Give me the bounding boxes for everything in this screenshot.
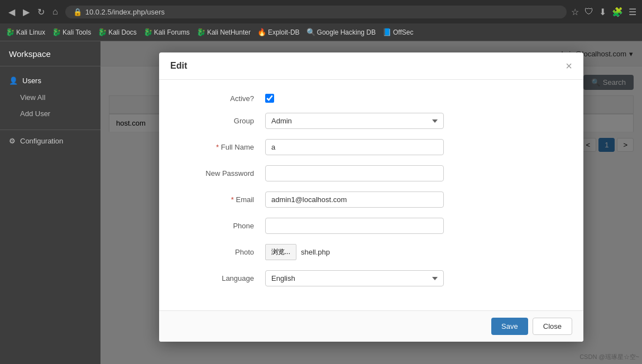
close-button[interactable]: Close [533, 318, 572, 335]
app-title: Workspace [9, 49, 51, 59]
language-select[interactable]: English Chinese Spanish French [265, 270, 444, 286]
reload-button[interactable]: ↻ [35, 6, 47, 18]
sidebar-users-section: 👤 Users View All Add User [0, 66, 100, 127]
save-button[interactable]: Save [491, 318, 528, 335]
config-icon: ⚙ [9, 137, 16, 145]
email-label: Email [176, 195, 265, 204]
address-text: 10.0.2.5/index.php/users [85, 8, 165, 16]
form-row-email: Email [176, 191, 567, 208]
menu-icon[interactable]: ☰ [629, 7, 636, 17]
kali-docs-icon: 🐉 [98, 28, 107, 36]
offsec-icon: 📘 [382, 28, 391, 36]
group-label: Group [176, 117, 265, 125]
sidebar: Workspace 👤 Users View All Add User ⚙ Co… [0, 41, 100, 364]
bookmark-kali-nethunter-label: Kali NetHunter [207, 28, 251, 36]
photo-file-wrapper: 浏览... shell.php [265, 244, 330, 260]
form-row-language: Language English Chinese Spanish French [176, 270, 567, 286]
extensions-icon[interactable]: 🧩 [612, 7, 623, 17]
bookmark-google-hacking-label: Google Hacking DB [317, 28, 376, 36]
modal-footer: Save Close [159, 310, 583, 342]
exploit-db-icon: 🔥 [257, 28, 266, 36]
google-hacking-icon: 🔍 [306, 28, 315, 36]
shield-icon[interactable]: 🛡 [584, 7, 593, 17]
form-row-phone: Phone [176, 218, 567, 234]
sidebar-users-label: Users [22, 76, 41, 85]
users-icon: 👤 [9, 76, 18, 85]
security-icon: 🔒 [73, 8, 82, 16]
new-password-input[interactable] [265, 165, 444, 181]
photo-label: Photo [176, 248, 265, 256]
edit-modal: Edit × Active? Group Admin User [159, 52, 583, 342]
sidebar-item-configuration[interactable]: ⚙ Configuration [0, 132, 100, 150]
form-row-full-name: Full Name [176, 139, 567, 155]
bookmark-kali-forums[interactable]: 🐉 Kali Forums [143, 28, 190, 36]
bookmark-kali-linux-label: Kali Linux [16, 28, 45, 36]
form-row-group: Group Admin User Guest [176, 113, 567, 129]
sidebar-config-label: Configuration [20, 137, 63, 145]
bookmark-icon[interactable]: ☆ [571, 7, 579, 17]
email-input[interactable] [265, 191, 444, 208]
download-icon[interactable]: ⬇ [599, 7, 606, 17]
home-button[interactable]: ⌂ [50, 6, 61, 18]
modal-overlay: Edit × Active? Group Admin User [100, 41, 642, 364]
modal-body: Active? Group Admin User Guest [159, 80, 583, 310]
bookmark-kali-nethunter[interactable]: 🐉 Kali NetHunter [197, 28, 251, 36]
kali-linux-icon: 🐉 [6, 28, 15, 36]
bookmark-kali-tools-label: Kali Tools [63, 28, 91, 36]
active-checkbox[interactable] [265, 94, 274, 103]
bookmark-offsec-label: OffSec [393, 28, 413, 36]
group-select[interactable]: Admin User Guest [265, 113, 444, 129]
app-container: Workspace 👤 Users View All Add User ⚙ Co… [0, 41, 642, 364]
photo-browse-button[interactable]: 浏览... [265, 244, 296, 260]
kali-tools-icon: 🐉 [52, 28, 61, 36]
full-name-label: Full Name [176, 143, 265, 151]
bookmarks-bar: 🐉 Kali Linux 🐉 Kali Tools 🐉 Kali Docs 🐉 … [0, 23, 642, 41]
address-bar[interactable]: 🔒 10.0.2.5/index.php/users [65, 6, 567, 18]
bookmark-exploit-db[interactable]: 🔥 Exploit-DB [257, 28, 300, 36]
active-label: Active? [176, 94, 265, 103]
back-button[interactable]: ◀ [6, 6, 18, 18]
modal-close-button[interactable]: × [566, 60, 572, 71]
bookmark-kali-docs[interactable]: 🐉 Kali Docs [98, 28, 137, 36]
full-name-input[interactable] [265, 139, 444, 155]
nav-buttons: ◀ ▶ ↻ ⌂ [6, 6, 61, 18]
bookmark-kali-linux[interactable]: 🐉 Kali Linux [6, 28, 45, 36]
sidebar-divider [0, 130, 100, 130]
main-content: admin@localhost.com ▾ 🔍 Search [100, 41, 642, 364]
sidebar-add-user-label: Add User [20, 109, 50, 118]
sidebar-item-users[interactable]: 👤 Users [0, 72, 100, 89]
modal-title: Edit [170, 61, 187, 71]
bookmark-kali-docs-label: Kali Docs [108, 28, 137, 36]
sidebar-item-view-all[interactable]: View All [0, 89, 100, 106]
bookmark-exploit-db-label: Exploit-DB [268, 28, 300, 36]
kali-nethunter-icon: 🐉 [197, 28, 205, 36]
sidebar-view-all-label: View All [20, 93, 45, 102]
form-row-password: New Password [176, 165, 567, 181]
bookmark-offsec[interactable]: 📘 OffSec [382, 28, 413, 36]
browser-actions: ☆ 🛡 ⬇ 🧩 ☰ [571, 7, 636, 17]
new-password-label: New Password [176, 169, 265, 178]
form-row-photo: Photo 浏览... shell.php [176, 244, 567, 260]
modal-header: Edit × [159, 52, 583, 80]
language-label: Language [176, 274, 265, 282]
browser-chrome: ◀ ▶ ↻ ⌂ 🔒 10.0.2.5/index.php/users ☆ 🛡 ⬇… [0, 0, 642, 23]
photo-filename: shell.php [301, 248, 330, 256]
forward-button[interactable]: ▶ [20, 6, 32, 18]
phone-input[interactable] [265, 218, 444, 234]
bookmark-kali-forums-label: Kali Forums [154, 28, 190, 36]
form-row-active: Active? [176, 94, 567, 103]
kali-forums-icon: 🐉 [143, 28, 152, 36]
sidebar-item-add-user[interactable]: Add User [0, 106, 100, 122]
phone-label: Phone [176, 222, 265, 230]
sidebar-header: Workspace [0, 41, 100, 66]
bookmark-kali-tools[interactable]: 🐉 Kali Tools [52, 28, 91, 36]
bookmark-google-hacking[interactable]: 🔍 Google Hacking DB [306, 28, 376, 36]
